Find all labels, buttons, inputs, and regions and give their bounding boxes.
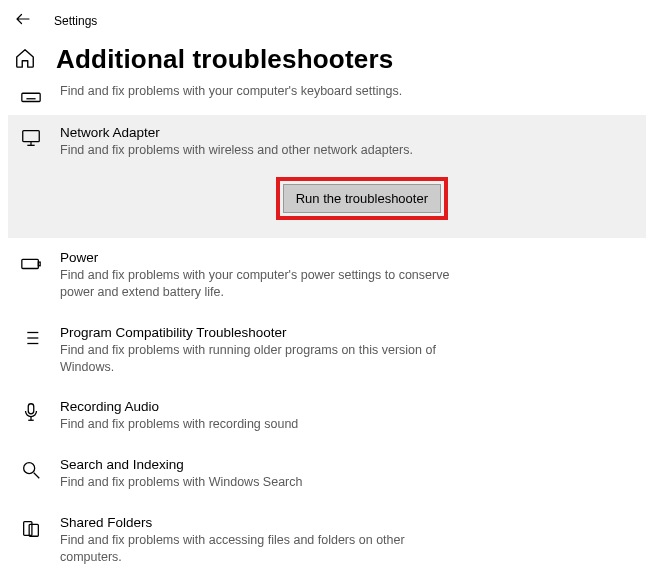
- troubleshooter-item-recording[interactable]: Recording Audio Find and fix problems wi…: [8, 389, 646, 445]
- svg-rect-23: [24, 522, 32, 536]
- keyboard-icon: [20, 85, 42, 107]
- item-desc: Find and fix problems with your computer…: [60, 83, 460, 100]
- microphone-icon: [20, 401, 42, 423]
- run-button-highlight: Run the troubleshooter: [276, 177, 448, 220]
- window-title: Settings: [54, 14, 97, 28]
- svg-rect-24: [29, 524, 38, 536]
- item-title: Search and Indexing: [60, 457, 460, 472]
- troubleshooter-item-keyboard[interactable]: Find and fix problems with your computer…: [8, 81, 646, 113]
- back-arrow-icon: [14, 10, 32, 28]
- troubleshooter-item-search[interactable]: Search and Indexing Find and fix problem…: [8, 447, 646, 503]
- svg-rect-11: [38, 262, 40, 266]
- search-icon: [20, 459, 42, 481]
- item-title: Network Adapter: [60, 125, 460, 140]
- item-desc: Find and fix problems with Windows Searc…: [60, 474, 460, 491]
- item-desc: Find and fix problems with running older…: [60, 342, 460, 376]
- back-button[interactable]: [14, 10, 32, 32]
- folder-icon: [20, 517, 42, 539]
- item-title: Recording Audio: [60, 399, 460, 414]
- page-title: Additional troubleshooters: [56, 44, 393, 75]
- item-title: Program Compatibility Troubleshooter: [60, 325, 460, 340]
- item-title: Shared Folders: [60, 515, 460, 530]
- troubleshooter-item-compat[interactable]: Program Compatibility Troubleshooter Fin…: [8, 315, 646, 388]
- svg-rect-18: [28, 404, 34, 414]
- list-icon: [20, 327, 42, 349]
- item-desc: Find and fix problems with wireless and …: [60, 142, 460, 159]
- svg-line-22: [34, 473, 40, 479]
- item-desc: Find and fix problems with accessing fil…: [60, 532, 460, 566]
- svg-rect-7: [23, 131, 40, 142]
- troubleshooter-item-power[interactable]: Power Find and fix problems with your co…: [8, 240, 646, 313]
- battery-icon: [20, 252, 42, 274]
- troubleshooter-item-shared[interactable]: Shared Folders Find and fix problems wit…: [8, 505, 646, 570]
- home-icon[interactable]: [14, 47, 36, 73]
- troubleshooter-item-network[interactable]: Network Adapter Find and fix problems wi…: [8, 115, 646, 238]
- monitor-icon: [20, 127, 42, 149]
- svg-rect-0: [22, 93, 40, 101]
- item-desc: Find and fix problems with recording sou…: [60, 416, 460, 433]
- troubleshooter-list: Find and fix problems with your computer…: [0, 81, 654, 570]
- run-troubleshooter-button[interactable]: Run the troubleshooter: [283, 184, 441, 213]
- svg-rect-10: [22, 259, 39, 268]
- svg-point-21: [24, 463, 35, 474]
- item-title: Power: [60, 250, 460, 265]
- item-desc: Find and fix problems with your computer…: [60, 267, 460, 301]
